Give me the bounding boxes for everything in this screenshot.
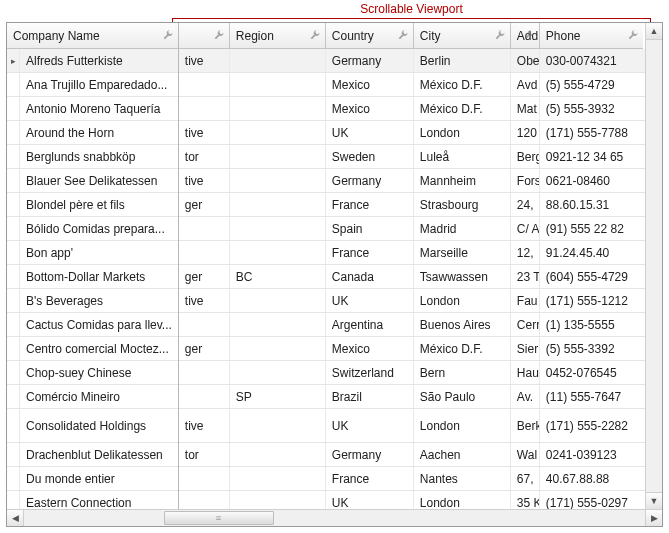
table-row[interactable]: ArgentinaBuenos AiresCerr(1) 135-5555 (179, 313, 645, 337)
cell-company[interactable]: Drachenblut Delikatessen (20, 443, 178, 466)
cell-address[interactable]: Fau (511, 289, 540, 312)
cell-region[interactable] (230, 337, 326, 360)
scroll-left-button[interactable]: ◀ (7, 510, 24, 526)
cell-contact[interactable] (179, 217, 230, 240)
cell-contact[interactable] (179, 241, 230, 264)
table-row[interactable]: SwitzerlandBernHau0452-076545 (179, 361, 645, 385)
row-selector[interactable] (7, 193, 20, 216)
cell-contact[interactable] (179, 313, 230, 336)
cell-country[interactable]: Switzerland (326, 361, 414, 384)
table-row[interactable]: MexicoMéxico D.F.Avd(5) 555-4729 (179, 73, 645, 97)
cell-contact[interactable]: tive (179, 289, 230, 312)
table-row[interactable]: Cactus Comidas para llev... (7, 313, 178, 337)
cell-city[interactable]: London (414, 121, 511, 144)
cell-company[interactable]: Blauer See Delikatessen (20, 169, 178, 192)
cell-address[interactable]: 120 (511, 121, 540, 144)
cell-company[interactable]: Ana Trujillo Emparedado... (20, 73, 178, 96)
cell-company[interactable]: Bólido Comidas prepara... (20, 217, 178, 240)
cell-country[interactable]: UK (326, 121, 414, 144)
cell-region[interactable]: BC (230, 265, 326, 288)
row-selector[interactable] (7, 467, 20, 490)
table-row[interactable]: Chop-suey Chinese (7, 361, 178, 385)
table-row[interactable]: tiveUKLondonBerk 12(171) 555-2282 (179, 409, 645, 443)
cell-city[interactable]: London (414, 409, 511, 442)
cell-company[interactable]: Chop-suey Chinese (20, 361, 178, 384)
cell-phone[interactable]: 030-0074321 (540, 49, 643, 72)
table-row[interactable]: FranceMarseille12,91.24.45.40 (179, 241, 645, 265)
cell-address[interactable]: Fors (511, 169, 540, 192)
table-row[interactable]: Centro comercial Moctez... (7, 337, 178, 361)
cell-region[interactable] (230, 241, 326, 264)
table-row[interactable]: Bólido Comidas prepara... (7, 217, 178, 241)
row-selector[interactable] (7, 145, 20, 168)
cell-city[interactable]: México D.F. (414, 73, 511, 96)
cell-region[interactable] (230, 289, 326, 312)
row-selector[interactable] (7, 73, 20, 96)
cell-company[interactable]: Blondel père et fils (20, 193, 178, 216)
cell-country[interactable]: Sweden (326, 145, 414, 168)
row-selector[interactable] (7, 443, 20, 466)
cell-city[interactable]: Nantes (414, 467, 511, 490)
cell-city[interactable]: Luleå (414, 145, 511, 168)
scroll-right-button[interactable]: ▶ (645, 510, 662, 526)
cell-city[interactable]: Strasbourg (414, 193, 511, 216)
cell-phone[interactable]: 91.24.45.40 (540, 241, 643, 264)
cell-country[interactable]: Canada (326, 265, 414, 288)
cell-city[interactable]: México D.F. (414, 97, 511, 120)
cell-phone[interactable]: (5) 555-4729 (540, 73, 643, 96)
cell-phone[interactable]: 40.67.88.88 (540, 467, 643, 490)
cell-company[interactable]: Du monde entier (20, 467, 178, 490)
cell-contact[interactable]: ger (179, 265, 230, 288)
cell-phone[interactable]: 0621-08460 (540, 169, 643, 192)
cell-address[interactable]: Mat (511, 97, 540, 120)
cell-country[interactable]: UK (326, 491, 414, 509)
table-row[interactable]: ▸Alfreds Futterkiste (7, 49, 178, 73)
cell-contact[interactable]: tive (179, 49, 230, 72)
wrench-icon[interactable] (213, 30, 225, 42)
wrench-icon[interactable] (494, 30, 506, 42)
cell-city[interactable]: London (414, 491, 511, 509)
cell-region[interactable] (230, 169, 326, 192)
cell-country[interactable]: Argentina (326, 313, 414, 336)
row-selector[interactable] (7, 121, 20, 144)
column-header-country[interactable]: Country (326, 23, 414, 49)
cell-contact[interactable] (179, 361, 230, 384)
table-row[interactable]: Berglunds snabbköp (7, 145, 178, 169)
cell-contact[interactable]: tor (179, 145, 230, 168)
cell-country[interactable]: Spain (326, 217, 414, 240)
cell-phone[interactable]: (171) 555-7788 (540, 121, 643, 144)
row-selector[interactable] (7, 409, 20, 442)
table-row[interactable]: Du monde entier (7, 467, 178, 491)
cell-address[interactable]: Av. (511, 385, 540, 408)
table-row[interactable]: Comércio Mineiro (7, 385, 178, 409)
cell-contact[interactable]: tive (179, 409, 230, 442)
cell-country[interactable]: Germany (326, 443, 414, 466)
cell-address[interactable]: 24, (511, 193, 540, 216)
column-header-region[interactable]: Region (230, 23, 326, 49)
cell-address[interactable]: Hau (511, 361, 540, 384)
cell-company[interactable]: Berglunds snabbköp (20, 145, 178, 168)
cell-region[interactable] (230, 73, 326, 96)
cell-city[interactable]: Bern (414, 361, 511, 384)
cell-phone[interactable]: (171) 555-0297 (540, 491, 643, 509)
table-row[interactable]: Ana Trujillo Emparedado... (7, 73, 178, 97)
cell-contact[interactable] (179, 385, 230, 408)
cell-phone[interactable]: (171) 555-2282 (540, 409, 643, 442)
cell-city[interactable]: Berlin (414, 49, 511, 72)
table-row[interactable]: Bottom-Dollar Markets (7, 265, 178, 289)
cell-company[interactable]: B's Beverages (20, 289, 178, 312)
table-row[interactable]: Around the Horn (7, 121, 178, 145)
table-row[interactable]: Antonio Moreno Taquería (7, 97, 178, 121)
table-row[interactable]: tiveUKLondon120(171) 555-7788 (179, 121, 645, 145)
cell-country[interactable]: Germany (326, 49, 414, 72)
cell-country[interactable]: France (326, 467, 414, 490)
row-selector[interactable] (7, 169, 20, 192)
cell-city[interactable]: Aachen (414, 443, 511, 466)
cell-region[interactable] (230, 193, 326, 216)
cell-city[interactable]: México D.F. (414, 337, 511, 360)
scroll-up-button[interactable]: ▲ (646, 23, 662, 40)
table-row[interactable]: tiveUKLondonFau(171) 555-1212 (179, 289, 645, 313)
column-header-address[interactable]: Add (511, 23, 540, 49)
cell-city[interactable]: Marseille (414, 241, 511, 264)
table-row[interactable]: torSwedenLuleåBerg0921-12 34 65 (179, 145, 645, 169)
